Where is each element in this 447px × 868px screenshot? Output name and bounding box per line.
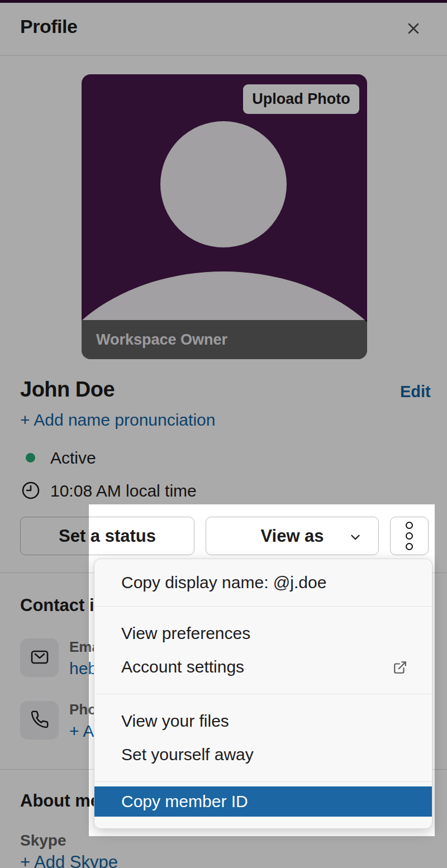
clock-icon <box>21 481 40 500</box>
upload-photo-button[interactable]: Upload Photo <box>243 84 359 114</box>
window-top-bar <box>0 0 447 3</box>
profile-panel: Profile Upload Photo Workspace Owner Joh… <box>0 0 447 868</box>
local-time: 10:08 AM local time <box>50 481 197 500</box>
menu-item-copy-member-id[interactable]: Copy member ID <box>94 786 432 817</box>
page-title: Profile <box>20 16 77 37</box>
add-pronunciation-link[interactable]: + Add name pronunciation <box>20 411 215 430</box>
presence-active-icon <box>26 453 35 462</box>
kebab-dot-icon <box>406 532 413 540</box>
external-link-icon <box>393 660 407 679</box>
menu-item-account-settings[interactable]: Account settings <box>94 650 432 684</box>
presence-status: Active <box>50 449 96 468</box>
menu-item-account-settings-label: Account settings <box>121 657 244 676</box>
set-status-button[interactable]: Set a status <box>20 517 194 555</box>
upload-photo-label: Upload Photo <box>252 90 350 108</box>
profile-photo: Upload Photo Workspace Owner <box>82 74 367 359</box>
more-actions-button[interactable] <box>390 517 429 555</box>
header-divider <box>0 55 447 56</box>
phone-icon-box <box>20 701 59 740</box>
role-badge: Workspace Owner <box>82 320 367 359</box>
about-heading: About me <box>20 791 100 811</box>
kebab-dot-icon <box>406 543 413 550</box>
close-button[interactable] <box>402 18 425 40</box>
edit-profile-link[interactable]: Edit <box>400 383 431 401</box>
menu-item-view-your-files[interactable]: View your files <box>94 704 432 738</box>
avatar <box>160 121 287 247</box>
view-as-label: View as <box>260 526 324 546</box>
dim-overlay <box>435 504 447 836</box>
menu-item-copy-display-name[interactable]: Copy display name: @j.doe <box>94 566 432 599</box>
kebab-dot-icon <box>406 522 413 529</box>
more-actions-menu: Copy display name: @j.doe View preferenc… <box>94 559 432 829</box>
view-as-button[interactable]: View as <box>206 517 379 555</box>
menu-item-view-preferences[interactable]: View preferences <box>94 617 432 650</box>
skype-label: Skype <box>20 832 66 850</box>
set-status-label: Set a status <box>59 526 156 546</box>
email-icon <box>29 646 50 670</box>
add-skype-link[interactable]: + Add Skype <box>20 852 118 868</box>
phone-icon <box>30 710 49 731</box>
menu-group: Copy display name: @j.doe <box>94 559 432 607</box>
email-value-link[interactable]: heb <box>69 659 97 678</box>
email-icon-box <box>20 638 59 677</box>
user-name: John Doe <box>20 378 115 402</box>
menu-group: Copy member ID <box>94 782 432 828</box>
menu-group: View preferences Account settings <box>94 607 432 694</box>
menu-item-set-yourself-away[interactable]: Set yourself away <box>94 738 432 771</box>
role-badge-label: Workspace Owner <box>96 331 227 349</box>
chevron-down-icon <box>348 529 363 549</box>
close-icon <box>405 20 422 39</box>
menu-group: View your files Set yourself away <box>94 694 432 782</box>
